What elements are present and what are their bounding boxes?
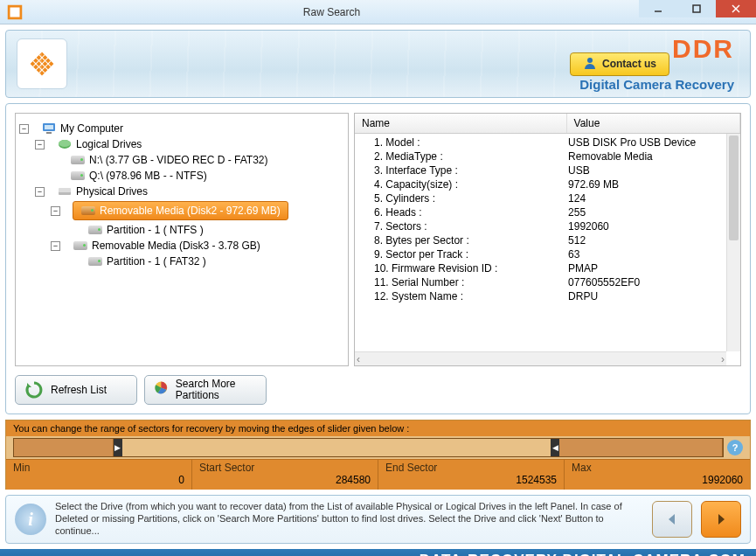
- tree-collapse-icon[interactable]: −: [35, 187, 45, 197]
- svg-rect-3: [693, 5, 700, 12]
- detail-name: 3. Interface Type :: [374, 164, 568, 177]
- detail-name: 4. Capacity(size) :: [374, 178, 568, 191]
- app-tagline: Digital Camera Recovery: [579, 77, 734, 92]
- svg-rect-15: [45, 125, 53, 129]
- pie-chart-icon: [154, 380, 169, 400]
- tree-collapse-icon[interactable]: −: [35, 140, 45, 149]
- detail-row: 2. MediaType :Removable Media: [374, 149, 740, 163]
- detail-value: 512: [568, 234, 740, 247]
- detail-value: USB DISK Pro USB Device: [568, 136, 740, 149]
- detail-value: Removable Media: [568, 150, 740, 163]
- slider-end-handle[interactable]: ◀: [551, 439, 559, 456]
- detail-value: DRPU: [568, 290, 740, 302]
- drive-icon: [70, 154, 86, 166]
- detail-value: USB: [568, 164, 740, 177]
- drive-icon: [87, 255, 103, 268]
- svg-point-13: [587, 58, 593, 63]
- drive-tree[interactable]: − My Computer − Logical Drives N:\ (3.77…: [15, 113, 349, 366]
- sector-range-panel: You can change the range of sectors for …: [5, 420, 751, 490]
- svg-rect-20: [59, 188, 71, 192]
- detail-value: 124: [568, 192, 740, 205]
- drives-group-icon: [57, 185, 73, 198]
- detail-value: 63: [568, 248, 740, 261]
- help-icon[interactable]: ?: [727, 440, 743, 455]
- slider-start-handle[interactable]: ▶: [114, 439, 122, 456]
- refresh-list-button[interactable]: Refresh List: [15, 375, 137, 405]
- svg-line-10: [32, 54, 45, 66]
- tree-collapse-icon[interactable]: −: [51, 206, 60, 216]
- physical-drive-item[interactable]: Removable Media (Disk3 - 3.78 GB): [92, 240, 260, 252]
- tree-collapse-icon[interactable]: −: [51, 241, 60, 251]
- svg-line-11: [36, 58, 48, 70]
- details-header: Name Value: [355, 114, 740, 134]
- partition-item[interactable]: Partition - 1 ( FAT32 ): [107, 255, 206, 268]
- drives-group-icon: [57, 138, 73, 150]
- svg-line-8: [36, 58, 48, 70]
- detail-name: 9. Sector per Track :: [374, 248, 568, 261]
- drive-details: Name Value 1. Model :USB DISK Pro USB De…: [354, 113, 741, 366]
- physical-drive-item-selected[interactable]: Removable Media (Disk2 - 972.69 MB): [73, 201, 288, 220]
- drive-icon: [80, 205, 96, 217]
- contact-label: Contact us: [602, 58, 656, 70]
- svg-line-9: [32, 60, 45, 73]
- detail-row: 4. Capacity(size) :972.69 MB: [374, 177, 740, 191]
- partition-item[interactable]: Partition - 1 ( NTFS ): [107, 224, 204, 236]
- detail-name: 7. Sectors :: [374, 220, 568, 233]
- back-button[interactable]: [652, 501, 692, 538]
- close-button[interactable]: [716, 0, 756, 17]
- main-panel: − My Computer − Logical Drives N:\ (3.77…: [5, 103, 751, 414]
- refresh-label: Refresh List: [51, 384, 107, 396]
- detail-name: 1. Model :: [374, 136, 568, 149]
- detail-name: 10. Firmware Revision ID :: [374, 262, 568, 275]
- detail-row: 11. Serial Number :077605552EF0: [374, 275, 740, 289]
- computer-icon: [41, 122, 57, 135]
- maximize-button[interactable]: [677, 0, 716, 17]
- minimize-button[interactable]: [639, 0, 677, 17]
- column-value[interactable]: Value: [567, 114, 740, 133]
- logical-drive-item[interactable]: N:\ (3.77 GB - VIDEO REC D - FAT32): [89, 154, 268, 166]
- app-icon: [5, 3, 24, 22]
- footer: i Select the Drive (from which you want …: [5, 495, 751, 544]
- contact-us-button[interactable]: Contact us: [570, 52, 669, 76]
- physical-drives-label: Physical Drives: [76, 185, 148, 198]
- detail-value: PMAP: [568, 262, 740, 275]
- svg-line-12: [38, 60, 51, 73]
- tree-root: My Computer: [60, 122, 123, 135]
- svg-rect-16: [46, 132, 52, 134]
- search-more-partitions-button[interactable]: Search More Partitions: [144, 375, 267, 405]
- detail-name: 12. System Name :: [374, 290, 568, 302]
- drive-icon: [70, 170, 86, 182]
- svg-rect-1: [10, 7, 20, 17]
- vertical-scrollbar[interactable]: [726, 134, 740, 351]
- instructions-text: Select the Drive (from which you want to…: [55, 501, 643, 537]
- detail-row: 7. Sectors :1992060: [374, 219, 740, 233]
- min-value: 0: [13, 474, 184, 486]
- svg-rect-6: [30, 52, 54, 76]
- horizontal-scrollbar[interactable]: ‹›: [355, 351, 726, 365]
- detail-row: 3. Interface Type :USB: [374, 163, 740, 177]
- detail-name: 8. Bytes per Sector :: [374, 234, 568, 247]
- detail-value: 255: [568, 206, 740, 219]
- start-sector-label: Start Sector: [199, 462, 371, 474]
- next-button[interactable]: [701, 501, 741, 538]
- detail-row: 8. Bytes per Sector :512: [374, 233, 740, 247]
- end-sector-label: End Sector: [385, 462, 557, 474]
- tree-collapse-icon[interactable]: −: [19, 124, 29, 134]
- logical-drive-item[interactable]: Q:\ (978.96 MB - - NTFS): [89, 170, 207, 182]
- detail-value: 077605552EF0: [568, 276, 740, 288]
- svg-line-7: [38, 54, 51, 66]
- max-label: Max: [572, 462, 743, 474]
- brand-bar: DATA-RECOVERY-DIGITAL-CAMERA.COM: [0, 549, 756, 556]
- person-icon: [583, 56, 597, 73]
- info-icon: i: [15, 504, 46, 535]
- detail-value: 972.69 MB: [568, 178, 740, 191]
- logical-drives-label: Logical Drives: [76, 138, 142, 150]
- column-name[interactable]: Name: [355, 114, 567, 133]
- start-sector-value: 284580: [199, 474, 371, 486]
- sector-slider[interactable]: ▶ ◀: [13, 438, 724, 457]
- detail-row: 9. Sector per Track :63: [374, 247, 740, 261]
- drive-icon: [73, 240, 88, 252]
- detail-name: 11. Serial Number :: [374, 276, 568, 288]
- end-sector-value: 1524535: [385, 474, 557, 486]
- drive-icon: [87, 224, 103, 236]
